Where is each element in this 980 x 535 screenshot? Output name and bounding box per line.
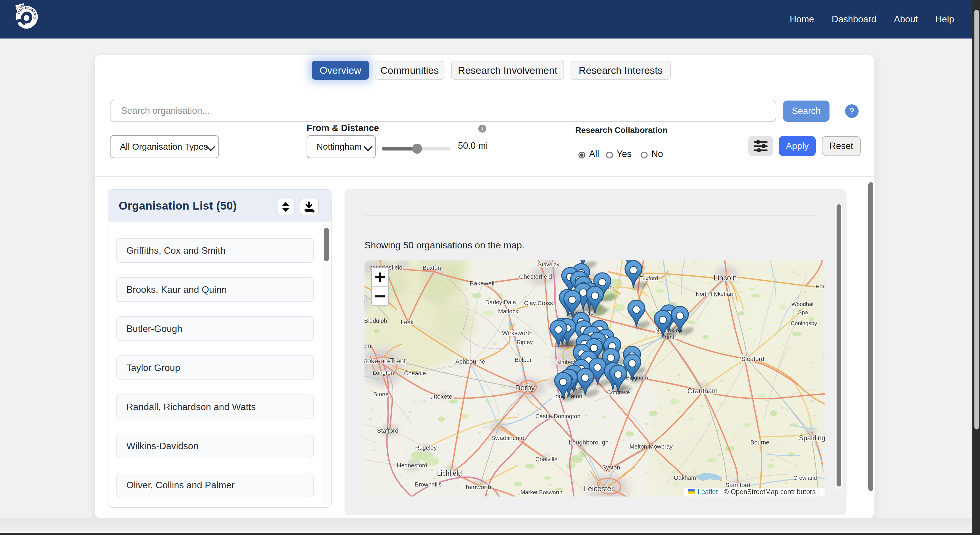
svg-text:Spalding: Spalding — [799, 434, 825, 442]
svg-text:Derby: Derby — [515, 384, 535, 392]
svg-text:Staveley: Staveley — [538, 261, 560, 268]
svg-text:Ashbourne: Ashbourne — [455, 358, 485, 365]
svg-text:Stoke-on-Trent: Stoke-on-Trent — [364, 357, 406, 365]
svg-text:Market Bosworth: Market Bosworth — [520, 489, 563, 495]
svg-text:Burslem: Burslem — [364, 342, 371, 349]
svg-text:Clay Cross: Clay Cross — [524, 300, 553, 306]
svg-text:Brownhills: Brownhills — [415, 481, 442, 488]
svg-text:Sleaford: Sleaford — [741, 355, 764, 362]
svg-text:Syston: Syston — [602, 464, 620, 471]
svg-text:Crowland: Crowland — [793, 475, 817, 481]
svg-text:Rugeley: Rugeley — [415, 444, 436, 451]
svg-text:Castle Donington: Castle Donington — [535, 413, 580, 419]
svg-text:Congleton: Congleton — [364, 299, 366, 306]
svg-text:Wirksworth: Wirksworth — [502, 330, 533, 336]
svg-text:Leicester: Leicester — [584, 484, 614, 493]
svg-text:Darley Dale: Darley Dale — [485, 299, 516, 306]
svg-text:Buxton: Buxton — [423, 264, 441, 271]
svg-text:Tamworth: Tamworth — [465, 484, 491, 490]
svg-text:Leek: Leek — [401, 319, 414, 325]
svg-text:Uttoxeter: Uttoxeter — [429, 393, 454, 400]
svg-text:Coningsby: Coningsby — [791, 320, 817, 326]
svg-text:Longton: Longton — [373, 369, 394, 376]
svg-text:Hednesford: Hednesford — [397, 462, 427, 468]
svg-text:Grantham: Grantham — [687, 387, 718, 395]
svg-text:Stone: Stone — [373, 391, 388, 397]
svg-text:Chesterfield: Chesterfield — [519, 273, 552, 280]
svg-text:Tuxford: Tuxford — [640, 275, 658, 281]
svg-text:Lichfield: Lichfield — [437, 470, 462, 477]
svg-text:Ripley: Ripley — [517, 339, 533, 346]
svg-text:North Hykeham: North Hykeham — [696, 291, 735, 297]
svg-text:Loughborough: Loughborough — [569, 439, 608, 446]
svg-text:Biddulph: Biddulph — [364, 317, 387, 324]
svg-text:Leaflet: Leaflet — [697, 488, 718, 495]
svg-text:Belper: Belper — [515, 357, 532, 363]
svg-text:Lincoln: Lincoln — [713, 274, 737, 282]
svg-text:Oakham: Oakham — [674, 474, 696, 481]
svg-text:Melton Mowbray: Melton Mowbray — [630, 443, 673, 450]
svg-text:Horncastle: Horncastle — [816, 283, 825, 290]
svg-text:| © OpenStreetMap contributors: | © OpenStreetMap contributors — [720, 488, 816, 495]
svg-text:Spa: Spa — [798, 309, 808, 315]
svg-text:Cheadle: Cheadle — [404, 370, 426, 377]
svg-text:Bourne: Bourne — [751, 439, 770, 446]
svg-text:Swadlincote: Swadlincote — [491, 435, 524, 441]
svg-text:Matlock: Matlock — [498, 308, 519, 315]
svg-text:Stafford: Stafford — [377, 427, 398, 434]
svg-text:Stamford: Stamford — [725, 481, 750, 488]
svg-text:Woodhall: Woodhall — [792, 301, 815, 307]
svg-text:Bakewell: Bakewell — [470, 280, 495, 287]
svg-text:Coalville: Coalville — [535, 456, 558, 462]
